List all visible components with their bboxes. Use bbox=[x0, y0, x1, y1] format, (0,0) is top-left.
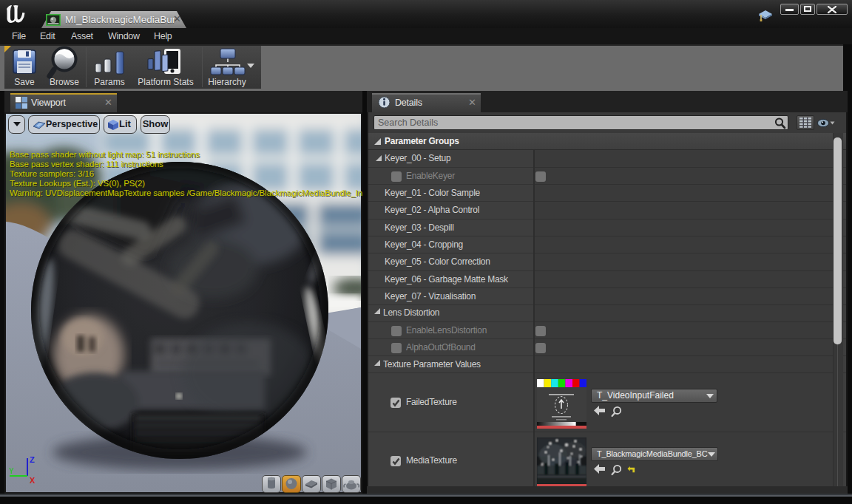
svg-text:Z: Z bbox=[30, 455, 35, 464]
svg-text:X: X bbox=[30, 476, 36, 485]
svg-text:Y: Y bbox=[9, 467, 14, 475]
